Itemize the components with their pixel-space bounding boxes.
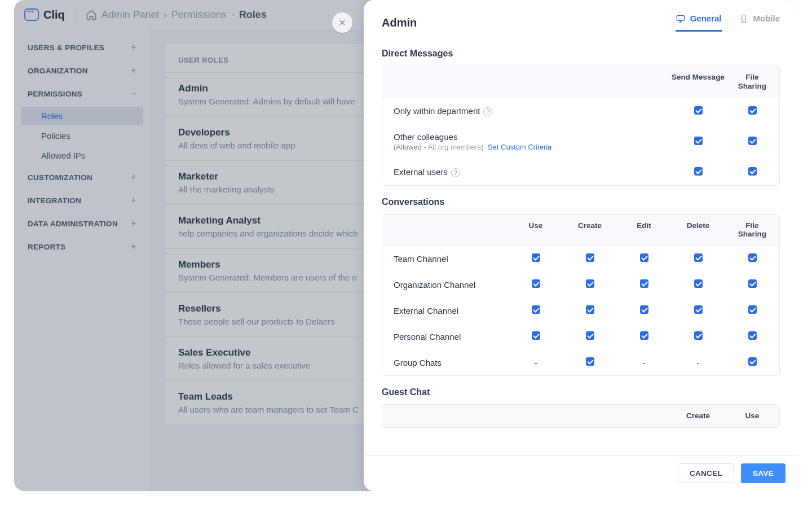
permission-checkbox[interactable] xyxy=(694,305,703,314)
perm-label: Personal Channel xyxy=(394,332,461,341)
permission-na: - xyxy=(643,358,646,367)
permission-checkbox[interactable] xyxy=(640,331,648,340)
role-drawer: Admin GeneralMobile Direct Messages Send… xyxy=(364,0,798,491)
drawer-title: Admin xyxy=(382,16,417,29)
permission-checkbox[interactable] xyxy=(532,331,540,340)
column-header: Delete xyxy=(671,214,725,245)
perm-row: Other colleagues(Allowed - All org membe… xyxy=(382,124,779,159)
perm-subnote: (Allowed - All org members) Set Custom C… xyxy=(394,143,671,151)
perm-label: External Channel xyxy=(394,306,458,316)
permission-checkbox[interactable] xyxy=(748,279,757,288)
tab-general[interactable]: General xyxy=(676,14,722,32)
tab-label: Mobile xyxy=(753,14,780,23)
permission-checkbox[interactable] xyxy=(640,279,648,288)
permission-checkbox[interactable] xyxy=(694,167,703,176)
perm-row: External users? xyxy=(382,159,779,185)
permission-na: - xyxy=(535,358,537,367)
perm-label: External users xyxy=(394,167,448,177)
column-header: Use xyxy=(725,405,779,427)
perm-row: Group Chats--- xyxy=(382,349,779,375)
help-icon[interactable]: ? xyxy=(451,168,460,177)
permission-checkbox[interactable] xyxy=(748,305,757,314)
permission-checkbox[interactable] xyxy=(586,279,594,288)
perm-label: Organization Channel xyxy=(394,280,475,290)
column-header: Create xyxy=(563,214,617,245)
permission-checkbox[interactable] xyxy=(748,357,757,366)
permission-checkbox[interactable] xyxy=(748,137,757,145)
permission-checkbox[interactable] xyxy=(532,279,540,288)
permission-checkbox[interactable] xyxy=(532,305,540,314)
permission-checkbox[interactable] xyxy=(748,253,757,262)
save-button[interactable]: SAVE xyxy=(741,463,785,483)
permission-checkbox[interactable] xyxy=(748,167,757,176)
permission-checkbox[interactable] xyxy=(586,253,594,262)
permission-checkbox[interactable] xyxy=(748,331,757,340)
section-conversations: Conversations xyxy=(382,197,780,207)
mobile-icon xyxy=(739,14,749,23)
perm-label: Other colleagues xyxy=(394,132,457,142)
close-button[interactable] xyxy=(332,12,352,33)
permission-checkbox[interactable] xyxy=(694,279,703,288)
section-guest-chat: Guest Chat xyxy=(382,387,780,397)
column-header: Create xyxy=(671,405,725,427)
permission-na: - xyxy=(697,358,700,367)
svg-rect-1 xyxy=(742,15,745,22)
column-header: FileSharing xyxy=(725,214,779,245)
svg-rect-0 xyxy=(677,15,684,20)
set-custom-criteria-link[interactable]: Set Custom Criteria xyxy=(488,143,551,151)
permission-checkbox[interactable] xyxy=(640,253,648,262)
section-direct-messages: Direct Messages xyxy=(382,49,780,59)
perm-row: Organization Channel xyxy=(382,271,779,297)
permission-checkbox[interactable] xyxy=(694,331,703,340)
perm-row: Personal Channel xyxy=(382,323,779,349)
permission-checkbox[interactable] xyxy=(586,357,594,366)
conv-table: UseCreateEditDeleteFileSharing Team Chan… xyxy=(382,214,780,376)
column-header: Use xyxy=(509,214,563,245)
perm-row: Team Channel xyxy=(382,246,779,271)
permission-checkbox[interactable] xyxy=(586,331,594,340)
permission-checkbox[interactable] xyxy=(640,305,648,314)
perm-row: Only within department? xyxy=(382,98,779,124)
permission-checkbox[interactable] xyxy=(586,305,594,314)
permission-checkbox[interactable] xyxy=(748,106,757,115)
modal-overlay: Admin GeneralMobile Direct Messages Send… xyxy=(14,0,798,491)
tab-mobile[interactable]: Mobile xyxy=(739,14,780,32)
permission-checkbox[interactable] xyxy=(694,137,703,145)
column-header: FileSharing xyxy=(725,66,779,98)
perm-label: Only within department xyxy=(394,106,480,116)
cancel-button[interactable]: CANCEL xyxy=(678,463,734,483)
tab-label: General xyxy=(690,14,722,23)
help-icon[interactable]: ? xyxy=(483,107,492,116)
close-icon xyxy=(338,18,347,27)
permission-checkbox[interactable] xyxy=(532,253,540,262)
perm-row: External Channel xyxy=(382,297,779,323)
desktop-icon xyxy=(676,14,686,23)
perm-label: Team Channel xyxy=(394,254,448,264)
permission-checkbox[interactable] xyxy=(694,253,703,262)
permission-checkbox[interactable] xyxy=(694,106,703,115)
perm-label: Group Chats xyxy=(394,358,442,367)
dm-table: Send MessageFileSharing Only within depa… xyxy=(382,65,780,186)
column-header: Send Message xyxy=(671,66,725,98)
guest-table: CreateUse xyxy=(382,404,780,428)
column-header: Edit xyxy=(617,214,671,245)
